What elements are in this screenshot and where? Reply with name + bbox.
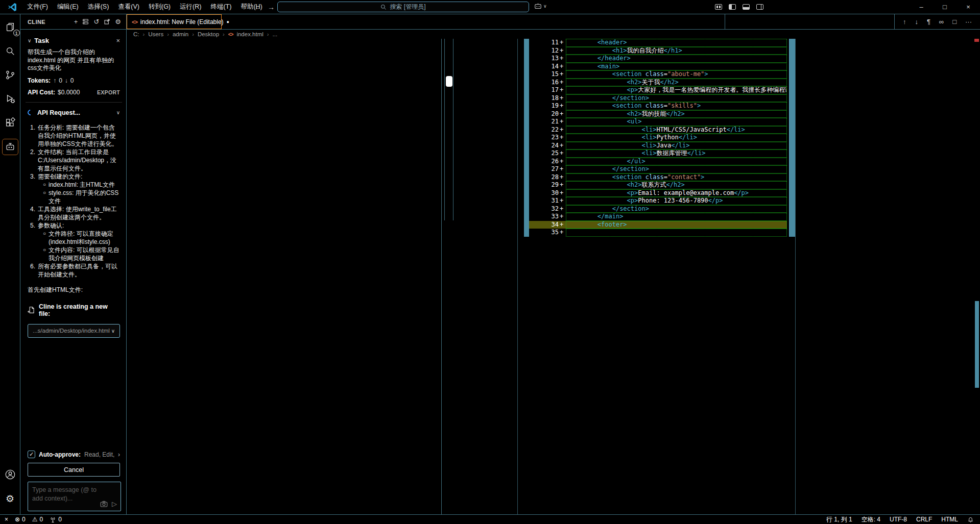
camera-icon[interactable]: [100, 501, 108, 507]
code-line[interactable]: 34 + <footer>: [518, 221, 787, 229]
next-change-icon[interactable]: ↓: [915, 18, 918, 26]
right-pane-scrollbar[interactable]: [789, 39, 795, 237]
cancel-button[interactable]: Cancel: [28, 463, 120, 477]
file-path-dropdown[interactable]: ...s/admin/Desktop/index.html ∨: [28, 324, 120, 338]
code-line[interactable]: 18 + </section>: [518, 94, 787, 103]
menu-item[interactable]: 运行(R): [175, 0, 206, 14]
auto-approve-row[interactable]: ✓ Auto-approve: Read, Edit, Co... ›: [28, 451, 120, 458]
code-line[interactable]: 12 + <h1>我的自我介绍</h1>: [518, 47, 787, 55]
cline-extension-icon[interactable]: [2, 139, 18, 155]
toggle-secondary-sidebar-icon[interactable]: [756, 4, 763, 10]
export-button[interactable]: EXPORT: [97, 89, 120, 95]
code-line[interactable]: 35 +: [518, 229, 787, 237]
code-line[interactable]: 32 + </section>: [518, 205, 787, 213]
task-header[interactable]: ∨ Task ×: [28, 37, 120, 44]
menu-item[interactable]: 编辑(E): [53, 0, 83, 14]
file-path-value: ...s/admin/Desktop/index.html: [33, 328, 110, 334]
menu-item[interactable]: 选择(S): [83, 0, 114, 14]
code-line[interactable]: 24 + <li>Java</li>: [518, 142, 787, 150]
breadcrumb-file[interactable]: index.html: [236, 31, 263, 37]
code-line[interactable]: 33 + </main>: [518, 213, 787, 221]
open-in-editor-icon[interactable]: [104, 18, 110, 25]
menu-item[interactable]: 终端(T): [206, 0, 236, 14]
cline-sidebar: CLINE + ↺ ⚙ ∨ Task × 帮我生成一个自我介绍的index.ht…: [20, 14, 127, 514]
task-close-icon[interactable]: ×: [116, 37, 120, 44]
message-input[interactable]: Type a message (@ to add context)... ▷: [28, 482, 121, 511]
word-wrap-icon[interactable]: ∞: [939, 18, 944, 26]
explorer-icon[interactable]: 1: [2, 19, 18, 35]
breadcrumb-users[interactable]: Users: [148, 31, 163, 37]
scrollbar-thumb[interactable]: [446, 76, 452, 87]
split-editor-icon[interactable]: □: [952, 18, 957, 26]
code-line[interactable]: 16 + <h2>关于我</h2>: [518, 79, 787, 87]
send-icon[interactable]: ▷: [112, 500, 117, 508]
code-line[interactable]: 17 + <p>大家好，我是一名热爱编程的开发者。我擅长多种编程语言和技术，喜欢…: [518, 86, 787, 94]
copilot-menu[interactable]: ∨: [534, 3, 547, 9]
more-actions-icon[interactable]: ···: [965, 18, 972, 26]
indent-status[interactable]: 空格: 4: [862, 515, 880, 524]
auto-approve-checkbox[interactable]: ✓: [28, 451, 35, 458]
code-line[interactable]: 26 + </ul>: [518, 158, 787, 166]
source-control-icon[interactable]: [2, 67, 18, 83]
close-button[interactable]: ×: [957, 0, 980, 14]
code-line[interactable]: 19 + <section class="skills">: [518, 102, 787, 110]
customize-layout-icon[interactable]: [715, 4, 722, 10]
modified-dot-icon[interactable]: ●: [227, 19, 229, 24]
code-line[interactable]: 25 + <li>数据库管理</li>: [518, 149, 787, 158]
menu-item[interactable]: 查看(V): [113, 0, 144, 14]
ports-status[interactable]: 0: [50, 516, 62, 523]
new-task-icon[interactable]: +: [74, 18, 78, 25]
minimize-button[interactable]: –: [910, 0, 933, 14]
code-line[interactable]: 23 + <li>Python</li>: [518, 134, 787, 142]
code-line[interactable]: 27 + </section>: [518, 165, 787, 173]
code-line[interactable]: 11 + <header>: [518, 39, 787, 47]
prev-change-icon[interactable]: ↑: [903, 18, 906, 26]
code-line[interactable]: 22 + <li>HTML/CSS/JavaScript</li>: [518, 126, 787, 134]
cline-settings-icon[interactable]: ⚙: [115, 18, 121, 25]
settings-gear-icon[interactable]: ⚙: [2, 490, 18, 507]
extensions-icon[interactable]: [2, 115, 18, 131]
toggle-panel-icon[interactable]: [743, 4, 750, 10]
step-text: index.html: 主HTML文件: [49, 181, 115, 189]
line-col-status[interactable]: 行 1, 列 1: [826, 515, 852, 524]
code-line[interactable]: 29 + <h2>联系方式</h2>: [518, 181, 787, 189]
step-text: 所有必要参数都已具备，可以开始创建文件。: [38, 262, 120, 279]
history-icon[interactable]: ↺: [93, 18, 99, 25]
code-line[interactable]: 15 + <section class="about-me">: [518, 70, 787, 79]
code-line[interactable]: 14 + <main>: [518, 63, 787, 71]
code-line[interactable]: 21 + <ul>: [518, 118, 787, 126]
api-request-header[interactable]: API Request... ∨: [28, 109, 120, 116]
forward-icon[interactable]: →: [268, 3, 275, 11]
whitespace-icon[interactable]: ¶: [927, 18, 930, 26]
encoding-status[interactable]: UTF-8: [890, 516, 907, 523]
tab-index-html[interactable]: <> index.html: New File (Editable) ●: [127, 14, 222, 29]
left-pane-scrollbar[interactable]: [444, 39, 453, 220]
menu-item[interactable]: 文件(F): [22, 0, 53, 14]
breadcrumb-desktop[interactable]: Desktop: [198, 31, 219, 37]
restore-button[interactable]: □: [933, 0, 957, 14]
eol-status[interactable]: CRLF: [916, 516, 932, 523]
breadcrumb-more[interactable]: ...: [273, 31, 278, 37]
search-sidebar-icon[interactable]: [2, 43, 18, 59]
remote-indicator[interactable]: ×: [5, 516, 8, 523]
modified-pane[interactable]: 11 + <header> 12 + <h1>: [517, 39, 796, 514]
back-icon[interactable]: ←: [254, 3, 261, 11]
breadcrumb-drive[interactable]: C:: [133, 31, 139, 37]
code-line[interactable]: 28 + <section class="contact">: [518, 173, 787, 182]
account-icon[interactable]: [2, 466, 18, 483]
warnings-status[interactable]: ⚠ 0: [32, 516, 43, 523]
errors-status[interactable]: ⊗ 0: [15, 516, 26, 523]
command-search-input[interactable]: 搜索 [管理员]: [277, 2, 529, 12]
code-line[interactable]: 30 + <p>Email: example@example.com</p>: [518, 189, 787, 197]
mcp-server-icon[interactable]: [82, 18, 89, 25]
toggle-sidebar-icon[interactable]: [729, 4, 736, 10]
menu-item[interactable]: 转到(G): [144, 0, 175, 14]
code-line[interactable]: 13 + </header>: [518, 55, 787, 63]
breadcrumb-admin[interactable]: admin: [173, 31, 188, 37]
notifications-bell-icon[interactable]: [967, 516, 974, 523]
run-debug-icon[interactable]: [2, 91, 18, 107]
diff-editor[interactable]: 11 + <header> 12 + <h1>: [127, 39, 980, 514]
code-line[interactable]: 31 + <p>Phone: 123-456-7890</p>: [518, 197, 787, 205]
code-line[interactable]: 20 + <h2>我的技能</h2>: [518, 110, 787, 118]
language-status[interactable]: HTML: [941, 516, 958, 523]
